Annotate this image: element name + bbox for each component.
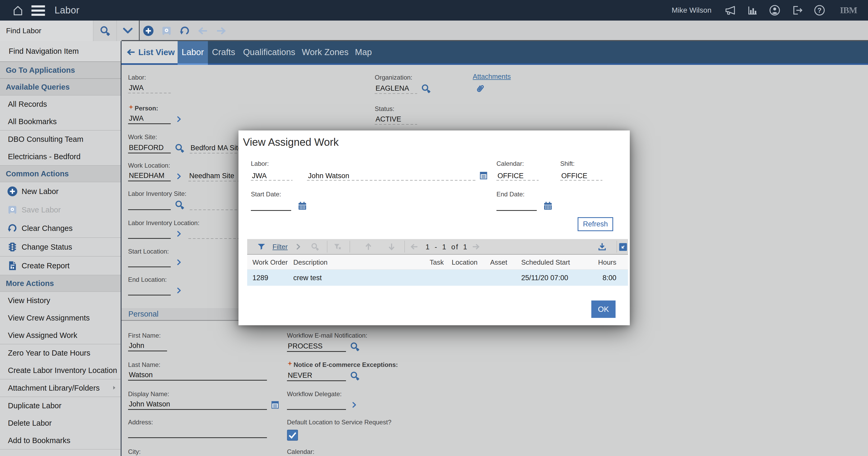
previous-page-icon[interactable] [410, 242, 419, 251]
labor-input[interactable]: JWA [128, 83, 171, 93]
notice-ecommerce-lookup-icon[interactable] [349, 371, 360, 381]
labor-inventory-site-input[interactable] [128, 200, 171, 210]
sidebar-item-duplicate-labor[interactable]: Duplicate Labor [0, 397, 121, 414]
logout-icon[interactable] [791, 4, 803, 16]
clear-changes-button[interactable] [179, 25, 190, 37]
labor-inventory-location-input[interactable] [128, 229, 171, 239]
menu-icon[interactable] [31, 5, 45, 16]
column-header-work-order[interactable]: Work Order [252, 258, 292, 267]
tab-crafts[interactable]: Crafts [208, 41, 239, 63]
workflow-email-input[interactable]: PROCESS [287, 342, 346, 352]
find-navigation-input[interactable]: Find Navigation Item [0, 41, 121, 62]
column-header-description[interactable]: Description [293, 258, 407, 267]
sidebar-section-common-actions[interactable]: Common Actions [0, 165, 121, 182]
sidebar-item-add-to-bookmarks[interactable]: Add to Bookmarks [0, 432, 121, 449]
sidebar-item-change-status[interactable]: Change Status [0, 238, 121, 256]
dialog-shift-value[interactable]: OFFICE [560, 171, 602, 181]
workflow-delegate-chevron-icon[interactable] [351, 401, 358, 409]
organization-lookup-icon[interactable] [421, 83, 431, 94]
tab-qualifications[interactable]: Qualifications [239, 41, 299, 63]
start-location-chevron-icon[interactable] [176, 259, 182, 267]
next-record-button[interactable] [215, 25, 227, 37]
clear-filter-icon[interactable] [333, 242, 342, 251]
sidebar-item-create-labor-inventory-location[interactable]: Create Labor Inventory Location [0, 362, 121, 379]
sidebar-item-view-assigned-work[interactable]: View Assigned Work [0, 327, 121, 344]
sidebar-item-all-bookmarks[interactable]: All Bookmarks [0, 113, 121, 130]
labor-inventory-location-chevron-icon[interactable] [176, 231, 182, 238]
sidebar-item-new-labor[interactable]: New Labor [0, 182, 121, 201]
table-search-icon[interactable] [310, 242, 319, 251]
home-icon[interactable] [12, 4, 24, 16]
person-detail-chevron-icon[interactable] [176, 116, 182, 124]
labor-name-detail-menu-icon[interactable] [480, 172, 487, 180]
work-location-input[interactable]: NEEDHAM [128, 171, 171, 181]
filter-expand-chevron-icon[interactable] [295, 243, 302, 250]
dialog-end-date-value[interactable] [496, 201, 537, 211]
help-icon[interactable]: ? [813, 4, 826, 16]
sidebar-item-dbo-consulting-team[interactable]: DBO Consulting Team [0, 130, 121, 148]
tab-work-zones[interactable]: Work Zones [299, 41, 351, 63]
sidebar-item-attachment-library-folders[interactable]: Attachment Library/Folders [0, 379, 121, 397]
search-button[interactable] [93, 21, 117, 41]
organization-input[interactable]: EAGLENA [375, 84, 417, 94]
column-header-location[interactable]: Location [452, 258, 487, 267]
paperclip-icon[interactable] [475, 83, 485, 95]
display-name-input[interactable]: John Watson [128, 400, 267, 410]
reports-icon[interactable] [746, 4, 758, 16]
end-date-calendar-icon[interactable] [542, 201, 553, 211]
previous-record-button[interactable] [197, 25, 209, 37]
back-to-list-view[interactable]: List View [122, 41, 178, 63]
minimize-table-icon[interactable] [619, 243, 627, 250]
user-name[interactable]: Mike Wilson [672, 6, 711, 14]
end-location-chevron-icon[interactable] [176, 287, 182, 295]
work-location-chevron-icon[interactable] [176, 173, 182, 181]
new-record-button[interactable] [143, 25, 154, 37]
announcements-icon[interactable] [724, 4, 736, 16]
start-location-input[interactable] [128, 257, 171, 267]
sidebar-item-all-records[interactable]: All Records [0, 95, 121, 113]
sidebar-section-go-to-applications[interactable]: Go To Applications [0, 62, 121, 79]
sidebar-item-zero-year-to-date-hours[interactable]: Zero Year to Date Hours [0, 344, 121, 362]
move-down-icon[interactable] [387, 242, 396, 251]
dialog-start-date-value[interactable] [251, 201, 291, 211]
end-location-input[interactable] [128, 285, 171, 296]
person-input[interactable]: JWA [128, 114, 171, 124]
workflow-delegate-input[interactable] [287, 400, 346, 410]
dialog-labor-name[interactable]: John Watson [307, 171, 476, 181]
filter-link[interactable]: Filter [273, 243, 288, 251]
status-input[interactable]: ACTIVE [375, 115, 417, 125]
attachments-link[interactable]: Attachments [473, 72, 511, 81]
profile-icon[interactable] [769, 4, 781, 16]
search-input[interactable]: Find Labor [0, 21, 93, 41]
sidebar-item-view-history[interactable]: View History [0, 292, 121, 309]
sidebar-item-create-report[interactable]: Create Report [0, 256, 121, 275]
notice-ecommerce-input[interactable]: NEVER [287, 371, 346, 381]
workflow-email-lookup-icon[interactable] [349, 341, 360, 352]
ok-button[interactable]: OK [591, 301, 616, 318]
address-input[interactable] [128, 428, 267, 438]
move-up-icon[interactable] [364, 242, 373, 251]
next-page-icon[interactable] [471, 242, 480, 251]
column-header-hours[interactable]: Hours [576, 258, 616, 267]
dialog-labor-value[interactable]: JWA [251, 171, 292, 181]
sidebar-item-clear-changes[interactable]: Clear Changes [0, 219, 121, 238]
first-name-input[interactable]: John [128, 341, 167, 352]
labor-inventory-site-lookup-icon[interactable] [174, 200, 185, 210]
tab-labor[interactable]: Labor [178, 41, 208, 63]
sidebar-item-delete-labor[interactable]: Delete Labor [0, 414, 121, 432]
refresh-button[interactable]: Refresh [578, 217, 613, 231]
sidebar-item-view-crew-assignments[interactable]: View Crew Assignments [0, 309, 121, 327]
column-header-scheduled-start[interactable]: Scheduled Start [521, 258, 567, 267]
sidebar-item-electricians-bedford[interactable]: Electricians - Bedford [0, 148, 121, 165]
display-name-detail-menu-icon[interactable] [271, 401, 279, 409]
search-options-button[interactable] [117, 21, 139, 41]
start-date-calendar-icon[interactable] [297, 201, 308, 211]
last-name-input[interactable]: Watson [128, 371, 267, 381]
default-location-checkbox[interactable] [287, 430, 298, 441]
sidebar-section-available-queries[interactable]: Available Queries [0, 79, 121, 95]
tab-map[interactable]: Map [351, 41, 375, 63]
filter-icon[interactable] [257, 242, 266, 251]
dialog-calendar-value[interactable]: OFFICE [496, 171, 538, 181]
sidebar-section-more-actions[interactable]: More Actions [0, 275, 121, 292]
work-site-lookup-icon[interactable] [174, 143, 185, 153]
